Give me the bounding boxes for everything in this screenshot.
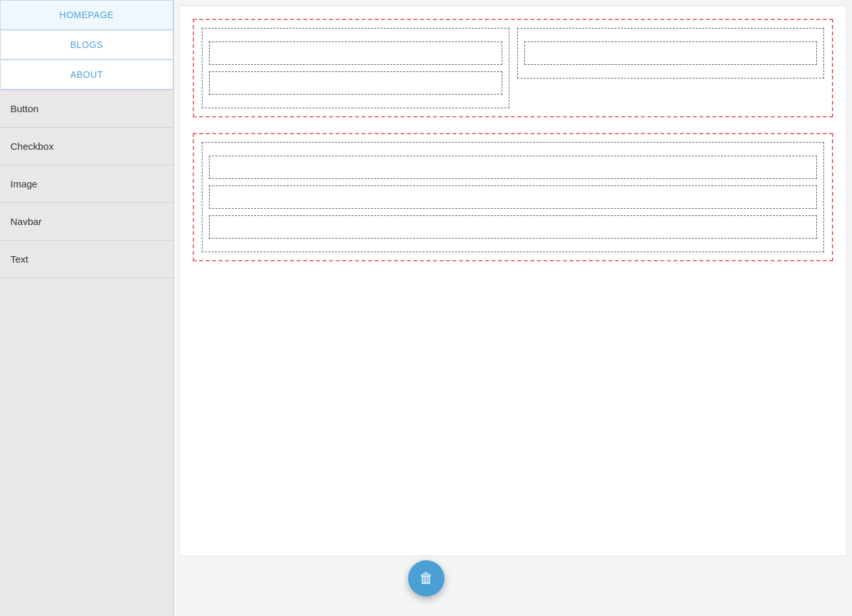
sidebar-item-homepage[interactable]: HOMEPAGE [0,0,173,30]
app-container: HOMEPAGE BLOGS ABOUT Button Checkbox Ima… [0,0,852,616]
sidebar-item-blogs[interactable]: BLOGS [0,30,173,60]
placeholder-row-1-3 [524,41,818,65]
main-canvas-area[interactable] [174,0,852,616]
placeholder-row-2-1 [209,156,817,179]
section-1-col-left [202,28,509,108]
section-1[interactable] [193,19,833,117]
section-1-col-left-block[interactable] [202,28,509,108]
placeholder-row-2-2 [209,185,817,209]
bottom-bar: 🗑 [408,560,444,597]
section-2[interactable] [193,133,833,261]
placeholder-row-1-1 [209,41,502,65]
component-item-text[interactable]: Text [0,241,173,278]
component-label-image: Image [10,178,38,189]
section-1-two-col [202,28,824,108]
trash-icon: 🗑 [419,570,433,587]
sidebar-nav: HOMEPAGE BLOGS ABOUT [0,0,173,90]
component-item-checkbox[interactable]: Checkbox [0,128,173,165]
component-label-text: Text [10,254,29,265]
sidebar-item-about[interactable]: ABOUT [0,60,173,89]
placeholder-row-1-2 [209,71,502,95]
sidebar-components: Button Checkbox Image Navbar Text [0,90,173,278]
component-label-checkbox: Checkbox [10,141,54,152]
section-2-block[interactable] [202,142,824,252]
component-item-navbar[interactable]: Navbar [0,203,173,241]
canvas-wrapper [179,5,847,556]
section-1-col-right-block[interactable] [517,28,825,78]
sidebar-item-about-label: ABOUT [70,69,103,80]
component-item-image[interactable]: Image [0,165,173,203]
placeholder-row-2-3 [209,215,817,239]
sidebar-item-blogs-label: BLOGS [70,40,103,50]
delete-button[interactable]: 🗑 [408,560,444,597]
component-label-navbar: Navbar [10,216,42,227]
sidebar-item-homepage-label: HOMEPAGE [60,10,114,20]
section-1-col-right [517,28,825,108]
component-label-button: Button [10,103,38,114]
component-item-button[interactable]: Button [0,90,173,128]
sidebar: HOMEPAGE BLOGS ABOUT Button Checkbox Ima… [0,0,174,616]
